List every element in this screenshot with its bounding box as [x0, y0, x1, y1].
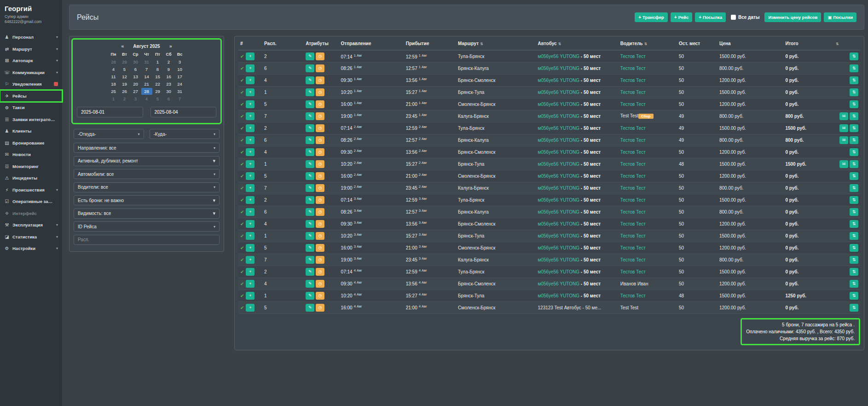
calendar-day[interactable]: 17 — [174, 73, 185, 80]
all-dates-toggle[interactable]: Все даты — [731, 15, 759, 20]
edit-trip-button[interactable]: ✎ — [306, 220, 314, 228]
schedule-time-button[interactable]: ◷ — [316, 148, 324, 156]
sidebar-item-communications[interactable]: ☏Коммуникации▾ — [0, 67, 62, 79]
trip-id-filter[interactable]: ID Рейса▾ — [74, 221, 220, 232]
add-booking-button[interactable]: + — [246, 268, 255, 276]
schedule-time-button[interactable]: ◷ — [316, 112, 324, 120]
calendar-day[interactable]: 18 — [108, 81, 119, 87]
add-transfer-button[interactable]: +Трансфер — [635, 12, 668, 22]
add-booking-button[interactable]: + — [246, 196, 255, 204]
calendar-day[interactable]: 1 — [108, 95, 119, 102]
driver-link[interactable]: Тестов Тест — [620, 126, 646, 131]
status-filter[interactable]: Активный, дубликат, ремонт▾ — [74, 156, 220, 166]
edit-trip-button[interactable]: ✎ — [306, 280, 314, 288]
bus-link[interactable]: м056уе56 YUTONG — [538, 162, 580, 167]
sidebar-item-trips[interactable]: ✈Рейсы — [0, 90, 62, 102]
calendar-day[interactable]: 7 — [174, 95, 185, 102]
calendar-day[interactable]: 7 — [141, 66, 152, 73]
driver-link[interactable]: Тестов Тест — [620, 233, 646, 238]
envelope-button[interactable]: ✉ — [839, 112, 848, 120]
sidebar-item-integrator-requests[interactable]: ☰Заявки интеграторов — [0, 114, 62, 126]
bus-link[interactable]: м056уе56 YUTONG — [538, 233, 580, 238]
transfer-button[interactable]: ⇅ — [850, 160, 858, 168]
add-booking-button[interactable]: + — [246, 304, 255, 312]
visibility-filter[interactable]: Видимость: все▾ — [74, 209, 220, 219]
add-booking-button[interactable]: + — [246, 220, 255, 228]
bus-link[interactable]: м056уе56 YUTONG — [538, 257, 580, 262]
calendar-day[interactable]: 30 — [130, 58, 141, 65]
sidebar-item-booking[interactable]: ▤Бронирование — [0, 137, 62, 149]
transfer-button[interactable]: ⇅ — [850, 52, 858, 60]
sidebar-item-statistics[interactable]: ◪Статистика▾ — [0, 231, 62, 243]
rasp-input[interactable]: Расп. — [74, 235, 220, 245]
transfer-button[interactable]: ⇅ — [850, 148, 858, 156]
sidebar-item-operations[interactable]: ⚒Эксплуатация▾ — [0, 219, 62, 231]
column-header[interactable]: Маршрут⇅ — [456, 37, 536, 50]
transfer-button[interactable]: ⇅ — [850, 232, 858, 240]
driver-link[interactable]: Тестов Тест — [620, 66, 646, 71]
calendar-day[interactable]: 14 — [141, 73, 152, 80]
sidebar-item-operational-tasks[interactable]: ☑Оперативные задачи — [0, 196, 62, 208]
directions-filter[interactable]: Направления: все▾ — [74, 143, 220, 153]
driver-link[interactable]: Тестов Тест — [620, 186, 646, 191]
envelope-button[interactable]: ✉ — [839, 136, 848, 144]
sidebar-item-monitoring[interactable]: ☲Мониторинг — [0, 161, 62, 173]
transfer-button[interactable]: ⇅ — [850, 292, 858, 300]
bus-link[interactable]: м056уе56 YUTONG — [538, 186, 580, 191]
calendar-day[interactable]: 28 — [108, 58, 119, 65]
vehicles-filter[interactable]: Автомобили: все▾ — [74, 169, 220, 179]
edit-trip-button[interactable]: ✎ — [306, 268, 314, 276]
column-header[interactable]: ⇅ — [833, 37, 860, 50]
bus-link[interactable]: м056уе56 YUTONG — [538, 269, 580, 274]
bus-link[interactable]: м056уе56 YUTONG — [538, 90, 580, 95]
add-booking-button[interactable]: + — [246, 148, 255, 156]
driver-link[interactable]: Тестов Тест — [620, 209, 646, 215]
transfer-button[interactable]: ⇅ — [850, 88, 858, 96]
calendar-day[interactable]: 21 — [141, 81, 152, 87]
sidebar-item-incidents[interactable]: ⚠Инциденты — [0, 172, 62, 184]
add-booking-button[interactable]: + — [246, 232, 255, 240]
calendar-day[interactable]: 26 — [119, 88, 130, 95]
calendar-day[interactable]: 12 — [119, 73, 130, 80]
calendar-prev-button[interactable]: « — [121, 43, 124, 49]
edit-trip-button[interactable]: ✎ — [306, 208, 314, 216]
schedule-time-button[interactable]: ◷ — [316, 184, 324, 192]
add-booking-button[interactable]: + — [246, 124, 255, 132]
schedule-time-button[interactable]: ◷ — [316, 220, 324, 228]
calendar-day[interactable]: 9 — [163, 66, 174, 73]
calendar-day[interactable]: 31 — [174, 88, 185, 95]
add-booking-button[interactable]: + — [246, 52, 255, 60]
calendar-day[interactable]: 20 — [130, 81, 141, 87]
calendar-day[interactable]: 28 — [141, 88, 152, 95]
add-booking-button[interactable]: + — [246, 136, 255, 144]
calendar-day[interactable]: 10 — [174, 66, 185, 73]
driver-link[interactable]: Тестов Тест — [620, 257, 646, 262]
edit-trip-button[interactable]: ✎ — [306, 232, 314, 240]
calendar-day[interactable]: 24 — [174, 81, 185, 87]
sidebar-item-clients[interactable]: ♟Клиенты — [0, 125, 62, 137]
schedule-time-button[interactable]: ◷ — [316, 196, 324, 204]
add-booking-button[interactable]: + — [246, 184, 255, 192]
driver-link[interactable]: Тестов Тест — [620, 269, 646, 274]
driver-link[interactable]: Тестов Тест — [620, 150, 646, 155]
add-booking-button[interactable]: + — [246, 160, 255, 168]
parcels-button[interactable]: ▣Посылки — [824, 12, 856, 22]
add-booking-button[interactable]: + — [246, 280, 255, 288]
calendar-day[interactable]: 25 — [108, 88, 119, 95]
driver-link[interactable]: Тестов Тест — [620, 174, 646, 179]
edit-trip-button[interactable]: ✎ — [306, 256, 314, 264]
add-parcel-button[interactable]: +Посылка — [695, 12, 726, 22]
calendar-day[interactable]: 31 — [141, 58, 152, 65]
calendar-day[interactable]: 23 — [163, 81, 174, 87]
bus-link[interactable]: м056уе56 YUTONG — [538, 281, 580, 286]
bus-link[interactable]: м056уе56 YUTONG — [538, 126, 580, 131]
calendar-day[interactable]: 22 — [152, 81, 163, 87]
bus-link[interactable]: м056уе56 YUTONG — [538, 150, 580, 155]
calendar-day[interactable]: 2 — [163, 58, 174, 65]
calendar-day[interactable]: 5 — [152, 95, 163, 102]
edit-trip-button[interactable]: ✎ — [306, 88, 314, 96]
schedule-time-button[interactable]: ◷ — [316, 136, 324, 144]
schedule-time-button[interactable]: ◷ — [316, 232, 324, 240]
edit-trip-button[interactable]: ✎ — [306, 160, 314, 168]
transfer-button[interactable]: ⇅ — [850, 280, 858, 288]
